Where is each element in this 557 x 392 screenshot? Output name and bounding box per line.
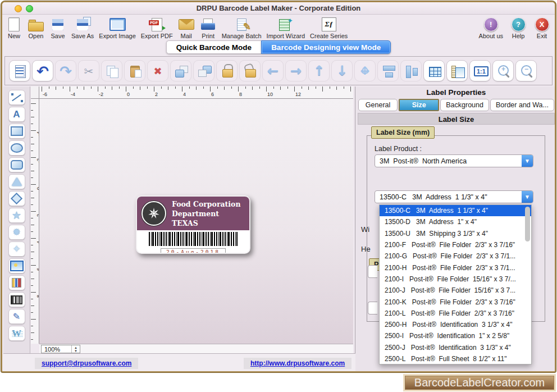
- label-product-select[interactable]: 3M Post-it® North America ▼: [375, 154, 533, 167]
- tool-triangle-button[interactable]: [8, 174, 25, 189]
- new-button[interactable]: New: [6, 17, 22, 39]
- dropdown-item[interactable]: 2500-H Post-it® Identification 3 1/3" x …: [380, 319, 531, 330]
- tool-burst-button[interactable]: [8, 225, 25, 240]
- move-left-button[interactable]: [262, 60, 284, 81]
- about-button[interactable]: About us: [479, 17, 503, 39]
- tab-barcode-designing-view-mode[interactable]: Barcode Designing view Mode: [261, 40, 391, 54]
- create-series-button[interactable]: Create Series: [310, 17, 348, 39]
- delete-button[interactable]: [147, 60, 168, 81]
- zoom-in-button[interactable]: [492, 60, 514, 81]
- save-button[interactable]: Save: [49, 17, 66, 39]
- dropdown-item[interactable]: 2100-H Post-it® File Folder 2/3" x 3 7/1…: [380, 262, 531, 273]
- dropdown-item[interactable]: 2100-G Post-it® File Folder 2/3" x 3 7/1…: [380, 250, 531, 262]
- move-down-button[interactable]: [331, 60, 353, 81]
- dropdown-item[interactable]: 2100-L Post-it® File Folder 2/3" x 3 7/1…: [380, 308, 531, 319]
- tab-background[interactable]: Background: [440, 99, 489, 111]
- website-link[interactable]: http://www.drpusoftware.com: [244, 358, 351, 369]
- drawing-tool-palette: [3, 86, 30, 353]
- chevron-down-icon[interactable]: ▼: [522, 155, 533, 167]
- undo-button[interactable]: [32, 60, 53, 81]
- redo-button[interactable]: [55, 60, 76, 81]
- tool-text-button[interactable]: [8, 107, 25, 122]
- mail-button[interactable]: Mail: [178, 17, 195, 39]
- send-back-button[interactable]: [193, 60, 214, 81]
- support-email-link[interactable]: support@drpusoftware.com: [35, 358, 138, 369]
- align-vcenter-button[interactable]: [377, 60, 399, 81]
- label-design[interactable]: Food Corporation Department TEXAS 20-Aug…: [136, 195, 250, 254]
- grid-button[interactable]: [423, 60, 445, 81]
- properties-button[interactable]: [9, 60, 30, 81]
- align-hcenter-button[interactable]: [400, 60, 422, 81]
- dropdown-item[interactable]: 2100-F Post-it® File Folder 2/3" x 3 7/1…: [380, 239, 531, 250]
- unlock-button[interactable]: [239, 60, 261, 81]
- dropdown-item[interactable]: 13500-U 3M Shipping 3 1/3" x 4": [380, 228, 531, 239]
- tool-watermark-button[interactable]: [8, 326, 25, 341]
- ruler-tick: [31, 252, 34, 252]
- lock-button[interactable]: [216, 60, 238, 81]
- dropdown-item[interactable]: 2500-L Post-it® Full Sheet 8 1/2" x 11": [380, 353, 531, 364]
- print-label: Print: [202, 33, 214, 39]
- tool-barcode-button[interactable]: [8, 292, 25, 307]
- exit-button[interactable]: Exit: [533, 17, 550, 39]
- dropdown-item[interactable]: 2100-K Post-it® File Folder 2/3" x 3 7/1…: [380, 296, 531, 307]
- saveas-button[interactable]: Save As: [71, 17, 94, 39]
- cut-button[interactable]: [78, 60, 99, 81]
- chevron-down-icon[interactable]: ▼: [522, 191, 533, 203]
- import-wizard-button[interactable]: Import Wizard: [267, 17, 305, 39]
- ruler-tick: [31, 103, 36, 104]
- open-button[interactable]: Open: [28, 17, 44, 39]
- dropdown-item[interactable]: 2500-J Post-it® Identification 3 1/3" x …: [380, 342, 531, 353]
- tool-image-button[interactable]: [8, 258, 25, 274]
- zoom-level-stepper[interactable]: 100% ▲▼: [41, 345, 80, 353]
- center-button[interactable]: [354, 60, 376, 81]
- tool-ellipse-button[interactable]: [8, 140, 25, 156]
- actual-size-button[interactable]: [469, 60, 491, 81]
- paste-button[interactable]: [124, 60, 145, 81]
- page-setup-button[interactable]: [446, 60, 468, 81]
- tool-clipart-button[interactable]: [8, 275, 25, 290]
- tab-quick-barcode-mode[interactable]: Quick Barcode Mode: [166, 40, 261, 54]
- dropdown-item[interactable]: 2500-I Post-it® Identification 1" x 2 5/…: [380, 330, 531, 341]
- tool-line-button[interactable]: [8, 90, 25, 105]
- dropdown-item[interactable]: 13500-C 3M Address 1 1/3" x 4": [380, 205, 531, 216]
- zoom-out-button[interactable]: [515, 60, 537, 81]
- dropdown-scrollbar-thumb[interactable]: [525, 207, 530, 241]
- dropdown-scrollbar[interactable]: [525, 206, 530, 364]
- product-number-select[interactable]: 13500-C 3M Address 1 1/3" x 4" ▼: [375, 190, 533, 203]
- stepper-arrows-icon[interactable]: ▲▼: [71, 345, 80, 353]
- tab-general[interactable]: General: [358, 99, 398, 111]
- ruler-tick: [161, 86, 162, 89]
- export-pdf-button[interactable]: Export PDF: [141, 17, 173, 39]
- width-input-partial[interactable]: [368, 265, 377, 278]
- zoom-out-icon: [516, 61, 536, 81]
- four-point-star-tool-icon: [9, 242, 25, 256]
- tool-rounded-rect-button[interactable]: [8, 157, 25, 172]
- tool-pencil-button[interactable]: [8, 309, 25, 324]
- cut-icon: [79, 61, 99, 81]
- tab-size[interactable]: Size: [399, 99, 439, 111]
- tab-border-and-wa[interactable]: Border and Wa...: [490, 99, 554, 111]
- tool-diamond-button[interactable]: [8, 191, 25, 206]
- ruler-tick: [168, 86, 168, 90]
- move-right-button[interactable]: [285, 60, 307, 81]
- print-button[interactable]: Print: [200, 17, 217, 39]
- redo-icon: [56, 61, 76, 81]
- move-up-button[interactable]: [308, 60, 330, 81]
- tool-rectangle-button[interactable]: [8, 124, 25, 139]
- save-label: Save: [51, 33, 65, 39]
- tool-four-point-star-button[interactable]: [8, 241, 25, 257]
- ruler-label: 12: [295, 92, 301, 97]
- dropdown-item[interactable]: 13500-D 3M Address 1" x 4": [380, 216, 531, 227]
- dropdown-item[interactable]: 2100-J Post-it® File Folder 15/16" x 3 7…: [380, 285, 531, 296]
- manage-batch-button[interactable]: Manage Batch: [222, 17, 262, 39]
- copy-button[interactable]: [101, 60, 122, 81]
- height-input-partial[interactable]: [368, 302, 377, 314]
- export-image-button[interactable]: Export Image: [99, 17, 135, 39]
- help-button[interactable]: Help: [510, 17, 527, 39]
- ruler-label: 8: [239, 92, 242, 97]
- label-size-section-header: Label Size: [358, 113, 555, 125]
- bring-front-button[interactable]: [170, 60, 191, 81]
- tool-star-button[interactable]: [8, 208, 25, 223]
- dropdown-item[interactable]: 2100-I Post-it® File Folder 15/16" x 3 7…: [380, 274, 531, 285]
- design-canvas[interactable]: Food Corporation Department TEXAS 20-Aug…: [39, 99, 353, 344]
